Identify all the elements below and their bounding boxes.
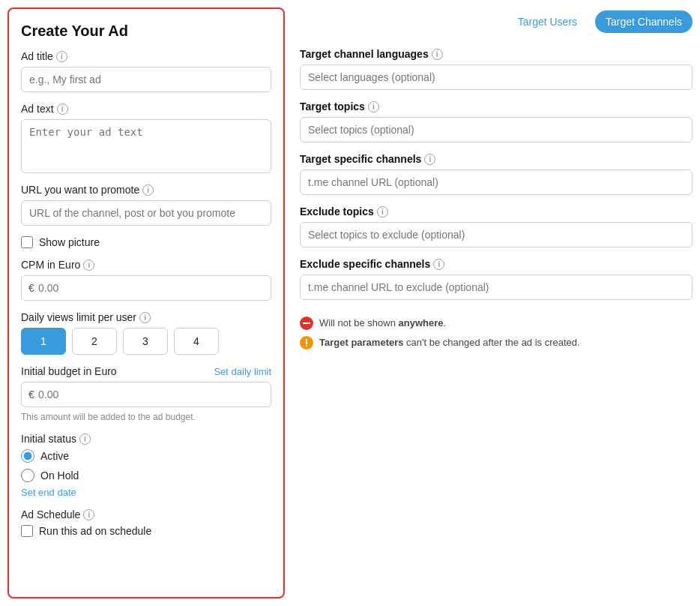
url-input[interactable] bbox=[21, 200, 271, 226]
ad-text-group: Ad text i bbox=[21, 103, 271, 173]
target-channels-group: Target specific channels i bbox=[300, 153, 693, 195]
exclude-topics-info-icon[interactable]: i bbox=[377, 206, 388, 218]
views-btn-1[interactable]: 1 bbox=[21, 328, 66, 355]
target-topics-input[interactable] bbox=[300, 117, 693, 142]
cpm-input[interactable] bbox=[21, 275, 271, 301]
ad-text-label: Ad text i bbox=[21, 103, 271, 115]
notice-not-shown-text: Will not be shown anywhere. bbox=[319, 316, 446, 330]
budget-hint: This amount will be added to the ad budg… bbox=[21, 412, 271, 422]
exclude-topics-group: Exclude topics i bbox=[300, 206, 693, 248]
schedule-checkbox-row: Run this ad on schedule bbox=[21, 525, 271, 537]
exclude-topics-input[interactable] bbox=[300, 222, 693, 248]
status-active-radio[interactable] bbox=[21, 449, 34, 463]
ad-schedule-info-icon[interactable]: i bbox=[83, 509, 94, 520]
initial-status-group: Initial status i Active On Hold Set end … bbox=[21, 433, 271, 498]
set-daily-link[interactable]: Set daily limit bbox=[214, 366, 271, 377]
target-topics-info-icon[interactable]: i bbox=[368, 101, 379, 112]
set-end-date-link[interactable]: Set end date bbox=[21, 487, 271, 498]
notice-not-shown: Will not be shown anywhere. bbox=[300, 316, 693, 330]
initial-status-label: Initial status i bbox=[21, 433, 271, 445]
page-title: Create Your Ad bbox=[21, 22, 271, 40]
right-fields: Target channel languages i Target topics… bbox=[300, 48, 693, 350]
schedule-checkbox[interactable] bbox=[21, 525, 33, 537]
show-picture-label: Show picture bbox=[39, 236, 100, 248]
target-channels-label: Target specific channels i bbox=[300, 153, 693, 165]
cpm-group: CPM in Euro i € bbox=[21, 259, 271, 301]
budget-group: Initial budget in Euro Set daily limit €… bbox=[21, 365, 271, 422]
show-picture-checkbox[interactable] bbox=[21, 236, 33, 248]
target-channels-input[interactable] bbox=[300, 170, 693, 195]
notices-section: Will not be shown anywhere. Target param… bbox=[300, 316, 693, 350]
exclude-topics-label: Exclude topics i bbox=[300, 206, 693, 218]
ad-title-label: Ad title i bbox=[21, 50, 271, 62]
target-languages-info-icon[interactable]: i bbox=[432, 49, 443, 60]
right-panel: Target Users Target Channels Target chan… bbox=[300, 8, 693, 598]
views-btn-2[interactable]: 2 bbox=[72, 328, 117, 355]
notice-target-params: Target parameters can't be changed after… bbox=[300, 336, 693, 350]
daily-views-info-icon[interactable]: i bbox=[139, 312, 151, 323]
status-active-label: Active bbox=[40, 450, 69, 462]
exclude-channels-label: Exclude specific channels i bbox=[300, 258, 693, 270]
url-group: URL you want to promote i bbox=[21, 184, 271, 226]
notice-target-params-text: Target parameters can't be changed after… bbox=[319, 336, 580, 350]
daily-views-label: Daily views limit per user i bbox=[21, 311, 271, 323]
budget-header: Initial budget in Euro Set daily limit bbox=[21, 365, 271, 377]
target-languages-label: Target channel languages i bbox=[300, 48, 693, 60]
svg-rect-1 bbox=[306, 339, 307, 344]
svg-rect-2 bbox=[306, 346, 307, 347]
budget-label: Initial budget in Euro bbox=[21, 365, 117, 377]
url-info-icon[interactable]: i bbox=[142, 184, 154, 196]
target-topics-group: Target topics i bbox=[300, 100, 693, 142]
exclude-channels-info-icon[interactable]: i bbox=[433, 259, 444, 270]
exclude-channels-group: Exclude specific channels i bbox=[300, 258, 693, 300]
ad-schedule-label: Ad Schedule i bbox=[21, 508, 271, 520]
initial-status-info-icon[interactable]: i bbox=[79, 434, 91, 445]
notice-red-icon bbox=[300, 316, 313, 330]
views-btn-3[interactable]: 3 bbox=[123, 328, 168, 355]
cpm-label: CPM in Euro i bbox=[21, 259, 271, 271]
status-active-row: Active bbox=[21, 449, 271, 463]
target-languages-input[interactable] bbox=[300, 64, 693, 90]
tab-target-channels[interactable]: Target Channels bbox=[595, 10, 693, 33]
ad-text-info-icon[interactable]: i bbox=[57, 104, 68, 115]
show-picture-row: Show picture bbox=[21, 236, 271, 248]
target-channels-info-icon[interactable]: i bbox=[424, 154, 435, 165]
cpm-info-icon[interactable]: i bbox=[83, 260, 94, 271]
ad-text-input[interactable] bbox=[21, 119, 271, 173]
target-languages-group: Target channel languages i bbox=[300, 48, 693, 90]
notice-orange-icon bbox=[300, 336, 313, 350]
budget-input-wrapper: € bbox=[21, 382, 271, 407]
daily-views-group: Daily views limit per user i 1 2 3 4 bbox=[21, 311, 271, 355]
target-topics-label: Target topics i bbox=[300, 100, 693, 112]
status-onhold-row: On Hold bbox=[21, 469, 271, 482]
svg-rect-0 bbox=[303, 322, 310, 324]
ad-title-info-icon[interactable]: i bbox=[56, 51, 67, 62]
views-btn-4[interactable]: 4 bbox=[174, 328, 219, 355]
ad-schedule-group: Ad Schedule i Run this ad on schedule bbox=[21, 508, 271, 537]
tabs-row: Target Users Target Channels bbox=[300, 10, 693, 33]
views-buttons-row: 1 2 3 4 bbox=[21, 328, 271, 355]
ad-title-input[interactable] bbox=[21, 67, 271, 92]
exclude-channels-input[interactable] bbox=[300, 274, 693, 300]
cpm-input-wrapper: € bbox=[21, 275, 271, 301]
status-onhold-radio[interactable] bbox=[21, 469, 34, 482]
status-radio-group: Active On Hold bbox=[21, 449, 271, 482]
budget-input[interactable] bbox=[21, 382, 271, 407]
status-onhold-label: On Hold bbox=[40, 470, 79, 482]
url-label: URL you want to promote i bbox=[21, 184, 271, 196]
schedule-checkbox-label: Run this ad on schedule bbox=[39, 525, 151, 537]
left-panel: Create Your Ad Ad title i Ad text i URL … bbox=[7, 8, 285, 598]
tab-target-users[interactable]: Target Users bbox=[507, 10, 588, 33]
ad-title-group: Ad title i bbox=[21, 50, 271, 92]
